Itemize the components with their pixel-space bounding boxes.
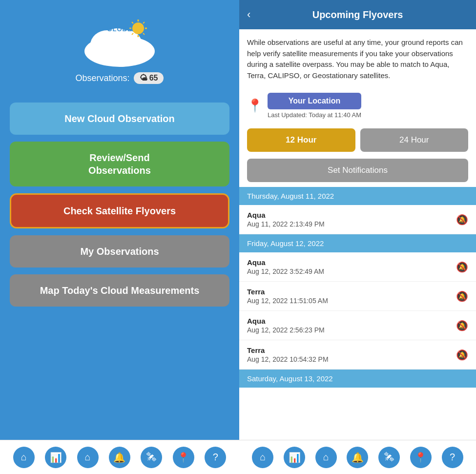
svg-line-11 [143,22,145,23]
location-row: 📍 Your Location Last Updated: Today at 1… [239,89,476,124]
bell-icon-right[interactable]: 🔔 [347,447,368,468]
observations-row: Observations: 🌤 65 [76,72,164,84]
home2-icon-left[interactable]: ⌂ [77,447,99,468]
page-title: Upcoming Flyovers [312,9,403,21]
home-icon-right[interactable]: ⌂ [252,447,273,468]
svg-line-10 [143,33,145,35]
left-bottom-nav: ⌂ 📊 ⌂ 🔔 🛰 📍 ? [0,440,239,474]
satellite-icon-right[interactable]: 🛰 [378,447,400,468]
location-icon-left[interactable]: 📍 [173,447,194,468]
logo-area: GLOBE clouds Observations: 🌤 65 [76,15,164,84]
observations-label: Observations: [76,73,130,83]
left-panel: GLOBE clouds Observations: 🌤 65 New Clou… [0,0,239,474]
menu-buttons: New Cloud Observation Review/SendObserva… [10,103,229,307]
pin-icon: 📍 [247,98,263,113]
help-icon-left[interactable]: ? [205,447,226,468]
right-panel: ‹ Upcoming Flyovers While observations a… [239,0,476,474]
flyover-time: Aug 11, 2022 2:13:49 PM [247,220,325,228]
back-button[interactable]: ‹ [247,8,250,21]
date-header-thu: Thursday, August 11, 2022 [239,187,476,205]
24-hour-button[interactable]: 24 Hour [360,128,469,152]
app-name-label: clouds [90,37,149,58]
flyover-time: Aug 12, 2022 2:56:23 PM [247,326,325,334]
description-text: While observations are useful at any tim… [239,29,476,89]
your-location-button[interactable]: Your Location [268,93,361,109]
date-header-sat: Saturday, August 13, 2022 [239,370,476,388]
bell-muted-icon[interactable]: 🔕 [456,349,468,361]
check-satellite-flyovers-button[interactable]: Check Satellite Flyovers [10,193,229,228]
satellite-name: Aqua [247,211,325,219]
satellite-name: Terra [247,288,328,296]
my-observations-button[interactable]: My Observations [10,235,229,268]
flyover-item: Aqua Aug 11, 2022 2:13:49 PM 🔕 [239,205,476,234]
satellite-name: Aqua [247,317,325,325]
flyover-time: Aug 12, 2022 11:51:05 AM [247,297,328,305]
flyover-item: Terra Aug 12, 2022 11:51:05 AM 🔕 [239,282,476,311]
home2-icon-right[interactable]: ⌂ [315,447,337,468]
review-send-observations-button[interactable]: Review/SendObservations [10,142,229,186]
map-today-cloud-button[interactable]: Map Today's Cloud Measurements [10,274,229,307]
flyover-time: Aug 12, 2022 10:54:32 PM [247,355,329,363]
chart-icon-left[interactable]: 📊 [45,447,66,468]
right-bottom-nav: ⌂ 📊 ⌂ 🔔 🛰 📍 ? [239,440,476,474]
bell-muted-icon[interactable]: 🔕 [456,290,468,302]
chart-icon-right[interactable]: 📊 [284,447,305,468]
satellite-name: Aqua [247,258,324,267]
12-hour-button[interactable]: 12 Hour [247,128,355,152]
cloud-logo: GLOBE clouds [81,15,159,68]
svg-point-4 [132,22,144,34]
set-notifications-button[interactable]: Set Notifications [247,159,468,182]
bell-muted-icon[interactable]: 🔕 [456,214,468,226]
bell-muted-icon[interactable]: 🔕 [456,261,468,273]
flyover-item: Aqua Aug 12, 2022 2:56:23 PM 🔕 [239,311,476,340]
globe-label: GLOBE [107,25,132,33]
right-header: ‹ Upcoming Flyovers [239,0,476,29]
location-info: Your Location Last Updated: Today at 11:… [268,93,361,119]
flyover-item: Terra Aug 12, 2022 10:54:32 PM 🔕 [239,340,476,370]
satellite-name: Terra [247,346,329,354]
svg-line-9 [132,22,133,23]
flyover-item: Aqua Aug 12, 2022 3:52:49 AM 🔕 [239,252,476,282]
bell-icon-left[interactable]: 🔔 [109,447,130,468]
flyover-time: Aug 12, 2022 3:52:49 AM [247,268,324,275]
right-content: While observations are useful at any tim… [239,29,476,440]
satellite-icon-left[interactable]: 🛰 [141,447,162,468]
bell-muted-icon[interactable]: 🔕 [456,320,468,331]
help-icon-right[interactable]: ? [442,447,463,468]
last-updated-text: Last Updated: Today at 11:40 AM [268,111,361,119]
location-icon-right[interactable]: 📍 [410,447,432,468]
date-header-fri: Friday, August 12, 2022 [239,234,476,252]
obs-count: 65 [149,74,158,82]
hour-toggle: 12 Hour 24 Hour [239,124,476,156]
observations-badge: 🌤 65 [134,72,164,84]
new-cloud-observation-button[interactable]: New Cloud Observation [10,103,229,135]
home-icon-left[interactable]: ⌂ [13,447,35,468]
